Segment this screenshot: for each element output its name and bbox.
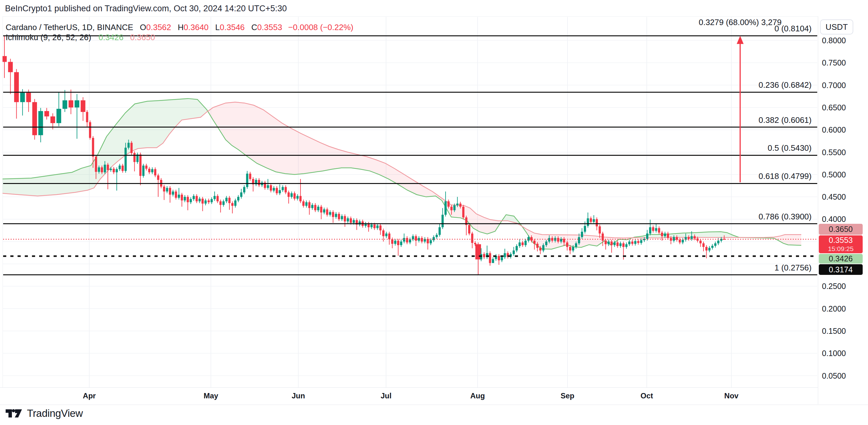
price-axis[interactable]: 0.80000.75000.70000.65000.60000.55000.50… <box>818 16 868 404</box>
price-tick-label: 0.6500 <box>822 103 846 112</box>
fib-level-label: 0 (0.8104) <box>699 24 812 34</box>
indicator-legend: Ichimoku (9, 26, 52, 26) 0.3426 0.3650 <box>6 33 155 42</box>
month-label[interactable]: Apr <box>75 391 103 400</box>
price-axis-badge: 0.355315:09:25 <box>819 235 863 253</box>
month-label[interactable]: Nov <box>717 391 745 400</box>
price-tick-label: 0.5000 <box>822 170 846 179</box>
tradingview-logo-icon[interactable] <box>5 407 23 420</box>
price-tick-label: 0.1500 <box>822 326 846 336</box>
countdown-timer: 15:09:25 <box>819 244 863 253</box>
high-value: 0.3640 <box>184 23 209 32</box>
grid-layer <box>2 17 817 387</box>
price-axis-badge: 0.3650 <box>819 224 863 235</box>
ichimoku-cloud-layer <box>2 98 801 249</box>
lead-a-value: 0.3426 <box>98 33 123 42</box>
price-tick-label: 0.6000 <box>822 125 846 134</box>
range-arrow-head <box>737 36 744 44</box>
symbol-title[interactable]: Cardano / TetherUS, 1D, BINANCE <box>6 23 133 32</box>
price-tick-label: 0.2000 <box>822 304 846 313</box>
price-tick-label: 0.4500 <box>822 192 846 202</box>
close-value: 0.3553 <box>257 23 282 32</box>
open-label: O <box>140 23 146 32</box>
open-value: 0.3562 <box>146 23 172 32</box>
low-value: 0.3546 <box>220 23 245 32</box>
price-axis-badge: 0.3426 <box>819 254 863 264</box>
time-axis[interactable]: AprMayJunJulAugSepOctNov <box>0 387 868 405</box>
price-tick-label: 0.7000 <box>822 81 846 90</box>
month-label[interactable]: Aug <box>463 391 492 400</box>
price-tick-label: 0.7500 <box>822 58 846 67</box>
close-label: C <box>251 23 257 32</box>
price-tick-label: 0.2500 <box>822 281 846 291</box>
lead-b-value: 0.3650 <box>130 33 155 42</box>
fib-level-label: 0.5 (0.5430) <box>699 143 812 153</box>
fib-level-label: 0.382 (0.6061) <box>699 115 812 125</box>
price-tick-label: 0.4000 <box>822 214 846 224</box>
price-axis-badge: 0.3174 <box>819 264 863 275</box>
month-label[interactable]: Jul <box>372 391 400 400</box>
month-label[interactable]: Sep <box>553 391 582 400</box>
fib-level-label: 0.618 (0.4799) <box>699 172 812 181</box>
high-label: H <box>178 23 184 32</box>
fib-level-label: 1 (0.2756) <box>699 263 812 273</box>
low-label: L <box>215 23 220 32</box>
fib-level-label: 0.786 (0.3900) <box>699 212 812 221</box>
indicator-title[interactable]: Ichimoku (9, 26, 52, 26) <box>6 33 91 42</box>
month-label[interactable]: Oct <box>633 391 661 400</box>
month-label[interactable]: Jun <box>284 391 312 400</box>
fib-level-label: 0.236 (0.6842) <box>699 80 812 90</box>
currency-toggle-button[interactable]: USDT <box>820 20 853 34</box>
month-label[interactable]: May <box>197 391 225 400</box>
price-tick-label: 0.5500 <box>822 148 846 157</box>
price-tick-label: 0.1000 <box>822 348 846 358</box>
price-tick-label: 0.8000 <box>822 36 846 45</box>
change-value: −0.0008 (−0.22%) <box>288 23 353 32</box>
price-tick-label: 0.0500 <box>822 371 846 381</box>
tradingview-chart-screenshot: BeInCrypto1 published on TradingView.com… <box>0 0 868 425</box>
symbol-legend: Cardano / TetherUS, 1D, BINANCE O0.3562 … <box>6 23 353 32</box>
footer: TradingView <box>5 407 83 420</box>
tradingview-wordmark[interactable]: TradingView <box>27 407 83 419</box>
